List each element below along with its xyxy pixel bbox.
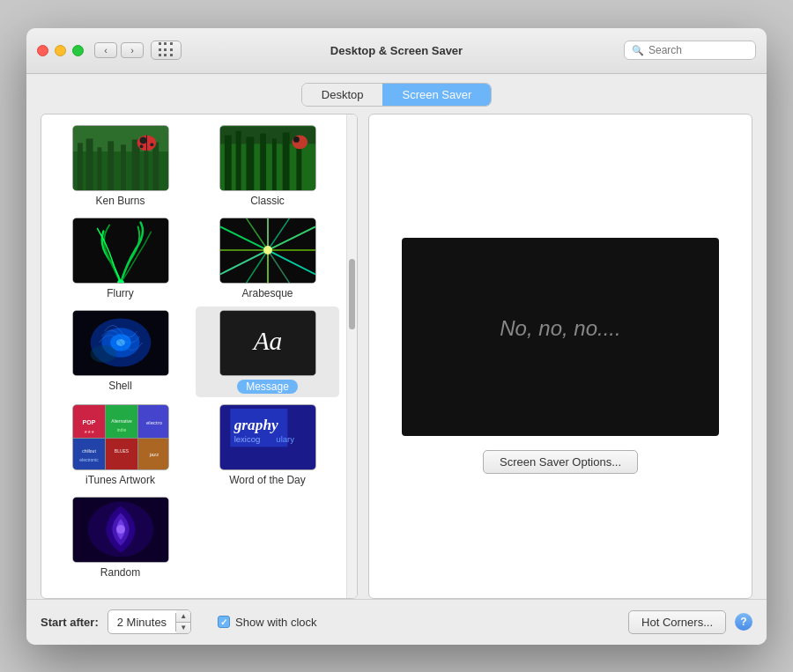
itunes-label: iTunes Artwork xyxy=(85,474,155,486)
hot-corners-button[interactable]: Hot Corners... xyxy=(628,610,726,634)
message-label-badge: Message xyxy=(237,380,298,394)
main-window: ‹ › Desktop & Screen Saver 🔍 Desktop Scr… xyxy=(26,28,767,645)
svg-text:POP: POP xyxy=(82,419,95,425)
random-thumbnail xyxy=(72,497,169,563)
ken-burns-svg xyxy=(73,125,168,191)
search-icon: 🔍 xyxy=(632,45,644,56)
svg-rect-17 xyxy=(224,135,231,191)
list-item[interactable]: Ken Burns xyxy=(48,122,192,210)
nav-buttons: ‹ › xyxy=(94,42,144,58)
stepper-arrows[interactable]: ▲ ▼ xyxy=(176,610,190,633)
ken-burns-thumbnail xyxy=(72,125,169,191)
svg-rect-3 xyxy=(85,138,93,190)
grid-dots-icon xyxy=(159,42,174,58)
window-title: Desktop & Screen Saver xyxy=(330,44,463,57)
svg-text:indie: indie xyxy=(116,427,126,432)
arabesque-svg xyxy=(220,218,315,284)
show-clock-label: Show with clock xyxy=(235,616,316,629)
svg-point-13 xyxy=(139,144,143,148)
svg-rect-2 xyxy=(77,143,82,190)
left-panel-inner: Ken Burns xyxy=(41,114,357,598)
back-button[interactable]: ‹ xyxy=(94,42,117,58)
show-clock-area: ✓ Show with clock xyxy=(218,616,316,629)
shell-thumbnail xyxy=(72,310,169,376)
svg-rect-6 xyxy=(121,144,126,190)
svg-point-72 xyxy=(116,525,125,534)
svg-point-25 xyxy=(293,136,299,142)
tab-bar: Desktop Screen Saver xyxy=(26,74,767,114)
svg-rect-9 xyxy=(152,142,159,190)
random-label: Random xyxy=(100,566,140,579)
svg-rect-22 xyxy=(282,132,289,190)
bottom-bar: Start after: 2 Minutes ▲ ▼ ✓ Show with c… xyxy=(26,599,767,645)
minimize-button[interactable] xyxy=(55,45,66,56)
search-box[interactable]: 🔍 xyxy=(624,41,756,60)
ken-burns-label: Ken Burns xyxy=(95,195,145,207)
svg-rect-58 xyxy=(73,439,105,469)
classic-label: Classic xyxy=(250,195,285,207)
tab-screensaver[interactable]: Screen Saver xyxy=(382,84,491,106)
start-after-value: 2 Minutes xyxy=(108,613,176,631)
svg-text:graphy: graphy xyxy=(233,417,278,433)
flurry-svg xyxy=(73,218,168,284)
start-after-stepper[interactable]: 2 Minutes ▲ ▼ xyxy=(107,609,191,634)
svg-rect-18 xyxy=(235,130,241,190)
titlebar: ‹ › Desktop & Screen Saver 🔍 xyxy=(26,28,767,74)
list-item[interactable]: Classic xyxy=(196,122,339,210)
list-item[interactable]: Shell xyxy=(48,306,192,397)
svg-rect-20 xyxy=(260,133,266,190)
message-preview: Aa xyxy=(220,311,315,375)
arabesque-preview xyxy=(220,218,315,283)
random-preview xyxy=(73,498,168,562)
list-item[interactable]: Aa Message xyxy=(196,306,339,397)
maximize-button[interactable] xyxy=(72,45,84,56)
list-item[interactable]: graphy lexicog ulary Word of the Day xyxy=(196,401,339,490)
svg-text:Alternative: Alternative xyxy=(111,418,132,424)
screen-saver-options-button[interactable]: Screen Saver Options... xyxy=(483,450,638,474)
preview-screen: No, no, no.... xyxy=(402,238,719,436)
traffic-lights xyxy=(37,45,84,56)
tab-group: Desktop Screen Saver xyxy=(301,83,492,107)
svg-point-11 xyxy=(139,137,146,144)
preview-text: No, no, no.... xyxy=(500,316,620,341)
screensaver-grid[interactable]: Ken Burns xyxy=(41,114,346,598)
svg-text:BLUES: BLUES xyxy=(114,448,129,454)
list-item[interactable]: Flurry xyxy=(48,214,192,303)
list-item[interactable]: Arabesque xyxy=(196,214,339,303)
svg-text:jazz: jazz xyxy=(148,452,159,457)
svg-text:Aa: Aa xyxy=(251,326,282,354)
svg-rect-5 xyxy=(107,141,114,190)
word-svg: graphy lexicog ulary xyxy=(224,409,316,466)
svg-rect-8 xyxy=(144,146,148,190)
svg-text:ulary: ulary xyxy=(276,434,294,444)
svg-rect-26 xyxy=(73,218,168,283)
flurry-label: Flurry xyxy=(107,287,134,299)
message-thumbnail: Aa xyxy=(219,310,316,376)
tab-desktop[interactable]: Desktop xyxy=(302,84,383,106)
search-input[interactable] xyxy=(648,44,748,56)
list-item[interactable]: Random xyxy=(48,493,192,582)
forward-button[interactable]: › xyxy=(121,42,144,58)
screensaver-list-panel: Ken Burns xyxy=(41,114,358,599)
preview-panel: No, no, no.... Screen Saver Options... xyxy=(368,114,752,599)
scrollbar-thumb[interactable] xyxy=(349,259,355,329)
close-button[interactable] xyxy=(37,45,48,56)
stepper-up[interactable]: ▲ xyxy=(176,610,190,623)
grid-view-button[interactable] xyxy=(151,41,182,60)
svg-point-14 xyxy=(150,143,153,146)
show-clock-checkbox[interactable]: ✓ xyxy=(218,616,230,628)
svg-point-47 xyxy=(90,344,115,362)
help-button[interactable]: ? xyxy=(735,613,752,631)
word-preview: graphy lexicog ulary xyxy=(220,405,315,469)
svg-text:chillout: chillout xyxy=(82,448,96,454)
stepper-down[interactable]: ▼ xyxy=(176,623,190,634)
checkmark-icon: ✓ xyxy=(220,617,227,627)
scrollbar-track[interactable] xyxy=(346,114,357,598)
list-item[interactable]: POP ★★★ Alternative indie electro chillo… xyxy=(48,401,192,490)
shell-preview xyxy=(73,311,168,375)
svg-rect-21 xyxy=(271,138,276,191)
ken-burns-preview xyxy=(73,126,168,190)
svg-text:lexicog: lexicog xyxy=(233,434,260,444)
shell-svg xyxy=(73,310,168,376)
content-area: Ken Burns xyxy=(26,114,767,599)
